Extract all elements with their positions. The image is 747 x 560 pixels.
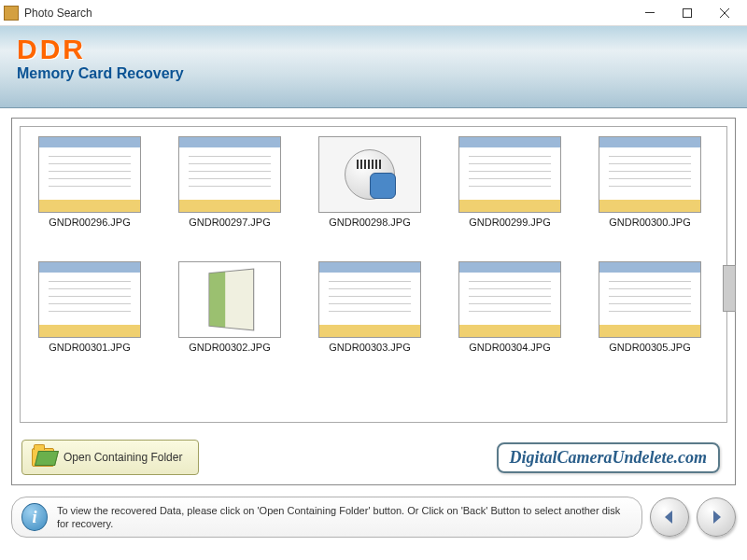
thumbnail-filename: GNDR00297.JPG — [189, 217, 270, 228]
folder-open-icon — [32, 448, 54, 467]
app-icon — [4, 6, 19, 21]
thumbnail-item[interactable]: GNDR00302.JPG — [174, 261, 286, 353]
svg-rect-1 — [684, 8, 692, 17]
thumbnail-image — [318, 136, 421, 213]
thumbnail-item[interactable]: GNDR00303.JPG — [314, 261, 426, 353]
content-frame: GNDR00296.JPGGNDR00297.JPGGNDR00298.JPGG… — [11, 118, 736, 485]
thumbnail-image — [458, 261, 561, 338]
thumbnail-image — [178, 136, 281, 213]
thumbnail-image — [599, 261, 701, 338]
thumbnail-item[interactable]: GNDR00299.JPG — [454, 136, 566, 228]
thumbnail-image — [38, 136, 141, 213]
close-button[interactable] — [706, 2, 743, 24]
scrollbar-thumb[interactable] — [723, 265, 736, 312]
open-containing-folder-button[interactable]: Open Containing Folder — [21, 440, 199, 475]
thumbnail-filename: GNDR00298.JPG — [329, 217, 410, 228]
thumbnail-item[interactable]: GNDR00300.JPG — [594, 136, 706, 228]
thumbnail-item[interactable]: GNDR00304.JPG — [454, 261, 566, 353]
thumbnail-item[interactable]: GNDR00296.JPG — [34, 136, 146, 228]
minimize-button[interactable] — [631, 2, 669, 24]
thumbnail-image — [178, 261, 281, 338]
thumbnail-filename: GNDR00304.JPG — [469, 342, 550, 353]
titlebar: Photo Search — [0, 0, 747, 26]
thumbnail-filename: GNDR00296.JPG — [49, 217, 130, 228]
thumbnail-filename: GNDR00305.JPG — [609, 342, 690, 353]
thumbnail-item[interactable]: GNDR00305.JPG — [594, 261, 706, 353]
thumbnail-image — [38, 261, 141, 338]
thumbnail-filename: GNDR00302.JPG — [189, 342, 270, 353]
thumbnail-filename: GNDR00300.JPG — [609, 217, 690, 228]
thumbnail-image — [318, 261, 421, 338]
info-message-row: i To view the recovered Data, please cli… — [11, 497, 642, 538]
thumbnail-area[interactable]: GNDR00296.JPGGNDR00297.JPGGNDR00298.JPGG… — [20, 126, 727, 423]
brand-logo: DDR — [17, 34, 730, 65]
thumbnail-item[interactable]: GNDR00298.JPG — [314, 136, 426, 228]
thumbnail-filename: GNDR00303.JPG — [329, 342, 410, 353]
footer-bar: i To view the recovered Data, please cli… — [0, 491, 747, 545]
watermark-link[interactable]: DigitalCameraUndelete.com — [497, 442, 720, 473]
header-banner: DDR Memory Card Recovery — [0, 26, 747, 108]
window-title: Photo Search — [24, 7, 631, 20]
thumbnail-filename: GNDR00299.JPG — [469, 217, 550, 228]
thumbnail-image — [599, 136, 701, 213]
info-text: To view the recovered Data, please click… — [57, 504, 632, 531]
svg-rect-0 — [645, 12, 655, 13]
thumbnail-item[interactable]: GNDR00301.JPG — [34, 261, 146, 353]
app-subtitle: Memory Card Recovery — [17, 65, 730, 82]
thumbnail-image — [458, 136, 561, 213]
thumbnail-filename: GNDR00301.JPG — [49, 342, 130, 353]
back-button[interactable] — [650, 497, 689, 537]
thumbnail-grid: GNDR00296.JPGGNDR00297.JPGGNDR00298.JPGG… — [34, 136, 713, 353]
open-folder-label: Open Containing Folder — [63, 451, 182, 464]
maximize-button[interactable] — [669, 2, 706, 24]
info-icon: i — [21, 503, 48, 531]
thumbnail-item[interactable]: GNDR00297.JPG — [174, 136, 286, 228]
next-button[interactable] — [697, 497, 736, 537]
